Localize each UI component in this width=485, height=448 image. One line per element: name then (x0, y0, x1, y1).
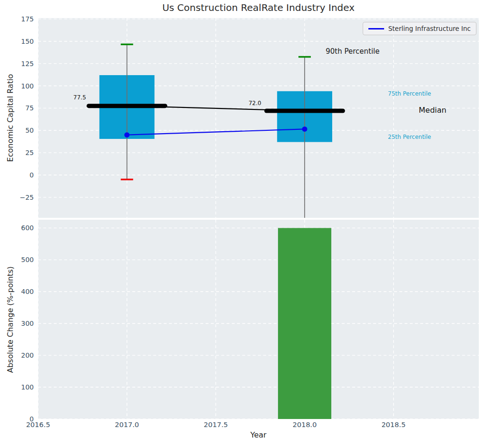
bottom-y-tick-label: 300 (21, 320, 34, 327)
annotation-median: Median (419, 106, 446, 115)
figure: 1751501251007550250−25010020030040050060… (0, 0, 485, 448)
top-y-tick-label: 175 (21, 15, 34, 23)
plot-area-bottom (38, 220, 479, 419)
x-tick-label: 2017.0 (115, 421, 139, 429)
chart-canvas: 1751501251007550250−25010020030040050060… (0, 0, 485, 448)
top-y-tick-label: 0 (30, 171, 34, 179)
annotation-75th-percentile: 75th Percentile (388, 90, 431, 97)
series-point (302, 127, 307, 132)
x-tick-label: 2016.5 (26, 421, 50, 429)
bottom-y-tick-label: 500 (21, 256, 34, 263)
x-axis-label: Year (38, 430, 479, 439)
legend-line-swatch (368, 28, 384, 29)
bottom-y-tick-label: 100 (21, 383, 34, 391)
top-y-axis-label: Economic Capital Ratio (6, 18, 15, 218)
annotation-90th-percentile: 90th Percentile (326, 47, 379, 56)
x-tick-label: 2018.5 (381, 421, 406, 429)
bottom-y-tick-label: 200 (21, 351, 34, 359)
top-y-tick-label: 150 (21, 38, 34, 45)
top-y-tick-label: 125 (21, 60, 34, 68)
series-point (124, 132, 129, 137)
x-tick-label: 2017.5 (204, 421, 228, 429)
top-y-tick-label: 75 (25, 104, 34, 112)
bottom-y-tick-label: 600 (21, 224, 34, 232)
bottom-y-axis-label: Absolute Change (%-points) (6, 220, 15, 419)
top-y-tick-label: 100 (21, 82, 34, 90)
top-y-tick-label: −25 (20, 194, 34, 201)
annotation-25th-percentile: 25th Percentile (388, 134, 431, 140)
change-bar (278, 228, 331, 419)
annotation-72-0: 72.0 (248, 100, 261, 107)
top-y-tick-label: 25 (25, 149, 34, 156)
top-y-tick-label: 50 (25, 127, 34, 134)
bottom-y-tick-label: 400 (21, 288, 34, 295)
legend: Sterling Infrastructure Inc (363, 22, 476, 35)
x-tick-label: 2018.0 (293, 421, 317, 429)
annotation-77-5: 77.5 (73, 94, 86, 101)
chart-title: Us Construction RealRate Industry Index (38, 2, 479, 13)
legend-label: Sterling Infrastructure Inc (388, 25, 471, 32)
